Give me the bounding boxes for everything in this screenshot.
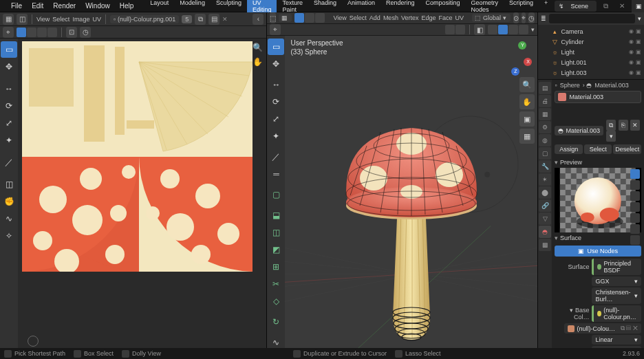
hand-icon[interactable]: ✋ [251,56,264,68]
uv-sel-face-icon[interactable] [37,28,47,37]
eye-icon[interactable]: ◉ [629,69,634,76]
uv-menu-view[interactable]: View [36,16,50,23]
uv-menu-uv[interactable]: UV [92,16,101,23]
ptab-world-icon[interactable]: ◍ [539,134,551,146]
vtool-extrude-icon[interactable]: ⬓ [268,207,284,224]
sel-vertex-icon[interactable] [294,13,304,23]
ptab-physics-icon[interactable]: ⬤ [539,186,551,199]
render-icon[interactable]: ▣ [636,49,641,55]
uv-sel-vertex-icon[interactable] [17,28,26,37]
ptab-scene-icon[interactable]: ⚙ [539,121,551,133]
tool-scale-icon[interactable]: ⤢ [1,115,17,131]
preview-section-header[interactable]: Preview [555,157,641,168]
render-icon[interactable]: ▣ [636,28,641,34]
tool-select-box-icon[interactable]: ▭ [1,41,17,58]
uv-menu-image[interactable]: Image [72,16,89,23]
preview-shaderball-icon[interactable] [630,213,640,223]
preview-flat-icon[interactable] [630,169,640,179]
shade-solid-icon[interactable] [498,25,508,34]
vp-menu-view[interactable]: View [333,14,346,21]
mode-dropdown[interactable]: ▦ [279,14,292,22]
vtool-annotate-icon[interactable]: ／ [268,149,284,165]
ptab-texture-icon[interactable]: ▩ [539,239,551,251]
mat-browse-icon[interactable]: ⧉ [606,120,616,131]
assign-button[interactable]: Assign [555,144,583,154]
ptab-output-icon[interactable]: 🖨 [539,95,551,107]
vtool-cursor-icon[interactable]: ✥ [268,56,284,72]
sel-face-icon[interactable] [315,13,325,23]
uv-mode-icon[interactable]: ◫ [17,14,28,25]
vtool-inset-icon[interactable]: ◫ [268,224,284,241]
tool-move-icon[interactable]: ↔ [1,80,17,97]
image-unlink-icon[interactable]: ✕ [222,16,228,23]
vp-menu-uv[interactable]: UV [455,14,464,21]
tool-cursor-icon[interactable]: ✥ [1,58,17,75]
outliner-filter-icon[interactable]: ▾ [638,15,641,22]
vtool-addcube-icon[interactable]: ▢ [268,186,284,203]
render-icon[interactable]: ▣ [636,39,641,45]
vtool-loopcut-icon[interactable]: ⊞ [268,259,284,275]
use-nodes-button[interactable]: ▣ Use Nodes [555,246,641,257]
vtool-transform-icon[interactable]: ✦ [268,128,284,144]
scene-selector[interactable]: ↯ Scene [555,1,597,12]
vp-menu-mesh[interactable]: Mesh [383,14,398,21]
eye-icon[interactable]: ◉ [629,39,634,45]
preview-hair-icon[interactable] [630,202,640,212]
ptab-modifier-icon[interactable]: 🔧 [539,160,551,173]
uv-proportional-icon[interactable]: ◷ [80,27,91,38]
subsurface-method-dropdown[interactable]: Christensen-Burl…▾ [592,287,641,304]
vtool-scale-icon[interactable]: ⤢ [268,111,284,127]
magnify-icon[interactable]: 🔍 [251,41,264,54]
image-texture-chip[interactable]: (null)-Colou…⧉ ▤ ✕ [564,323,641,334]
ptab-particles-icon[interactable]: ✶ [539,173,551,186]
tool-pinch-icon[interactable]: ✧ [1,228,17,244]
ptab-material-icon[interactable]: ◓ [539,226,551,238]
vp-canvas[interactable]: User Perspective (33) Sphere X Y Z 🔍 ✋ ▣… [285,36,537,359]
eye-icon[interactable]: ◉ [629,59,634,65]
gizmo-toggle-icon[interactable] [445,25,455,34]
preview-sphere-icon[interactable] [630,180,640,190]
sel-edge-icon[interactable] [305,13,314,23]
outliner-search[interactable] [549,14,635,23]
preview-fluid-icon[interactable] [630,235,640,245]
uv-sel-island-icon[interactable] [47,28,57,37]
vtool-spin-icon[interactable]: ↻ [268,314,284,330]
mat-copy-icon[interactable]: ⎘ [619,120,628,131]
tool-relax-icon[interactable]: ∿ [1,210,17,227]
outliner-type-icon[interactable]: ≣ [541,15,546,22]
vtool-move-icon[interactable]: ↔ [268,76,284,93]
shade-matprev-icon[interactable] [508,25,518,34]
eye-icon[interactable]: ◉ [629,28,634,34]
menu-edit[interactable]: Edit [28,1,47,11]
ptab-constraints-icon[interactable]: 🔗 [539,199,551,212]
snap-vp-icon[interactable]: ⌖ [522,12,526,23]
vp-cursor-tool-icon[interactable]: ⌖ [270,24,281,35]
vp-menu-edge[interactable]: Edge [421,14,436,21]
base-color-node[interactable]: (null)-Colour.pn… [592,305,641,322]
mat-unlink-icon[interactable]: ✕ [630,120,640,131]
vp-menu-select[interactable]: Select [350,14,367,21]
ptab-viewlayer-icon[interactable]: ▦ [539,108,551,120]
menu-render[interactable]: Render [49,1,80,11]
vtool-bevel-icon[interactable]: ◩ [268,241,284,258]
uv-2d-cursor-icon[interactable] [21,329,37,345]
ptab-render-icon[interactable]: ▤ [539,82,551,94]
vtool-rotate-icon[interactable]: ⟳ [268,94,284,110]
menu-window[interactable]: Window [81,1,114,11]
vtool-measure-icon[interactable]: ═ [268,166,284,182]
orientation-dropdown[interactable]: ⬚ Global ▾ [472,14,511,22]
select-button[interactable]: Select [584,144,612,154]
shading-menu-chevron-icon[interactable]: ▾ [531,26,535,33]
overlay-toggle-icon[interactable] [455,25,465,34]
tool-transform-icon[interactable]: ✦ [1,132,17,149]
menu-file[interactable]: File [7,1,26,11]
vtool-select-box-icon[interactable]: ▭ [268,39,284,55]
material-name-field[interactable]: ◓ Material.003 [555,126,603,135]
preview-cube-icon[interactable] [630,191,640,201]
image-open-icon[interactable]: ▤ [208,14,219,25]
editor-type-3d-icon[interactable]: ⬚ [270,12,276,23]
ptab-mesh-icon[interactable]: ▽ [539,213,551,225]
tool-grab-icon[interactable]: ✊ [1,193,17,210]
proportional-vp-icon[interactable]: ◷ [528,12,535,23]
image-datablock[interactable]: ▫ (null)-Colour.png.001 [110,15,179,23]
